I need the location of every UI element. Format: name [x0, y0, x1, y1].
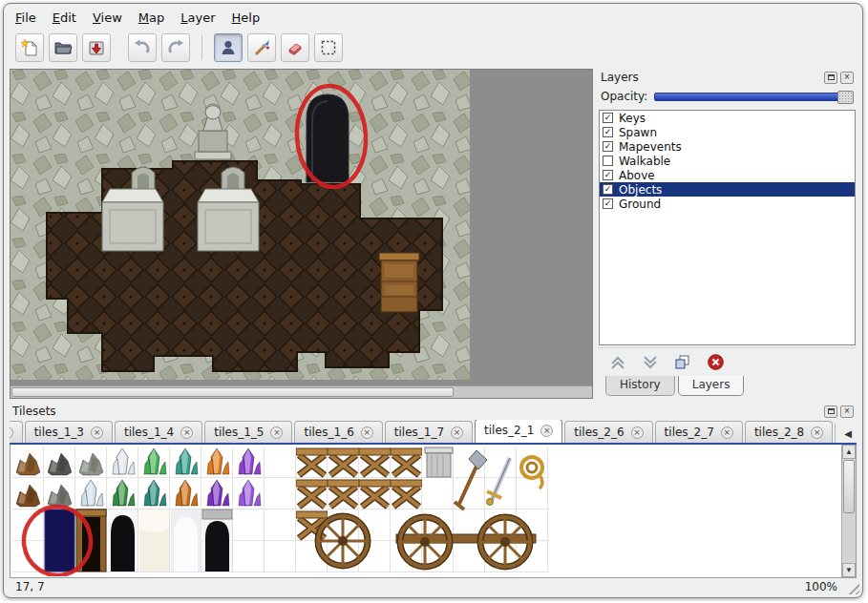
tab-layers[interactable]: Layers: [678, 376, 745, 396]
tilesets-close-button[interactable]: ×: [840, 405, 854, 418]
dark-doorway: [307, 94, 349, 182]
selected-tile[interactable]: [45, 509, 74, 572]
tab-close-icon[interactable]: ×: [361, 426, 373, 439]
menu-file[interactable]: File: [15, 10, 36, 25]
redo-arrow-icon: [166, 38, 185, 57]
brush-tool-button[interactable]: [247, 33, 276, 62]
tileset-canvas[interactable]: [12, 447, 834, 576]
menu-layer[interactable]: Layer: [180, 10, 215, 25]
scroll-down-button[interactable]: ▼: [842, 563, 856, 577]
altar-right: [198, 189, 259, 251]
layer-checkbox-ground[interactable]: ✓: [603, 198, 613, 209]
layer-row-objects[interactable]: ✓ Objects: [600, 182, 855, 197]
delete-layer-button[interactable]: [705, 352, 726, 373]
menu-view[interactable]: View: [93, 10, 122, 25]
move-layer-down-button[interactable]: [640, 352, 661, 373]
layer-label-ground: Ground: [619, 198, 661, 211]
eraser-tool-button[interactable]: [281, 33, 309, 62]
tab-history[interactable]: History: [605, 376, 675, 396]
tab-close-icon[interactable]: ×: [631, 426, 644, 439]
menu-help[interactable]: Help: [232, 10, 261, 25]
move-layer-up-button[interactable]: [607, 352, 628, 373]
selection-rectangle-icon: [319, 38, 338, 57]
tileset-tab-8[interactable]: tiles_2_7 ×: [655, 421, 743, 443]
layer-row-keys[interactable]: ✓ Keys: [600, 111, 855, 125]
pillar-tile: [425, 447, 453, 477]
stamp-tool-button[interactable]: [214, 33, 243, 62]
redo-button[interactable]: [161, 33, 190, 62]
layer-row-spawn[interactable]: ✓ Spawn: [600, 125, 855, 139]
layers-float-button[interactable]: [824, 72, 837, 84]
toolbar: [6, 29, 860, 67]
tileset-tab-9[interactable]: tiles_2_8 ×: [745, 421, 833, 443]
tab-close-icon[interactable]: ×: [721, 426, 733, 439]
tileset-vertical-scrollbar[interactable]: ▲ ▼: [841, 445, 856, 577]
select-tool-button[interactable]: [314, 33, 343, 62]
capped-arch-tile: [202, 509, 232, 572]
new-button[interactable]: [15, 33, 44, 62]
close-icon: ×: [844, 73, 850, 82]
delete-layer-icon: [707, 353, 725, 371]
opacity-slider[interactable]: [654, 93, 854, 101]
layer-checkbox-above[interactable]: ✓: [603, 170, 613, 180]
map-hscroll-handle[interactable]: [11, 387, 454, 397]
save-button[interactable]: [82, 33, 111, 62]
tab-close-icon[interactable]: ×: [270, 426, 283, 439]
duplicate-layer-button[interactable]: [672, 352, 693, 373]
layer-checkbox-objects[interactable]: ✓: [603, 184, 613, 195]
cream-tile: [139, 509, 169, 572]
tab-close-icon[interactable]: ×: [451, 426, 463, 439]
tileset-tab-label: tiles_2_6: [574, 426, 624, 439]
layer-label-spawn: Spawn: [619, 126, 657, 139]
tilesets-panel-title: Tilesets: [12, 405, 821, 418]
toolbar-separator: [201, 35, 202, 60]
layer-checkbox-spawn[interactable]: ✓: [603, 127, 613, 137]
menu-map[interactable]: Map: [138, 10, 164, 25]
layers-panel: Layers × Opacity: ✓ Keys ✓ Spawn: [598, 69, 857, 399]
tileset-tab-5[interactable]: tiles_1_7 ×: [385, 421, 473, 443]
undo-arrow-icon: [133, 38, 152, 57]
open-button[interactable]: [49, 33, 77, 62]
menu-edit[interactable]: Edit: [53, 10, 76, 25]
tileset-tab-1[interactable]: tiles_1_3 ×: [25, 421, 113, 443]
tileset-tab-0[interactable]: 5 ×: [10, 421, 23, 443]
person-stamp-icon: [219, 38, 238, 57]
tileset-vscroll-handle[interactable]: [843, 460, 855, 513]
eraser-icon: [286, 38, 305, 57]
tileset-tab-6[interactable]: tiles_2_1 ×: [475, 420, 562, 443]
layers-close-button[interactable]: ×: [840, 72, 854, 84]
opacity-slider-handle[interactable]: [837, 91, 854, 104]
tab-close-icon[interactable]: ×: [180, 426, 193, 439]
layer-row-walkable[interactable]: Walkable: [600, 154, 855, 168]
map-canvas-panel: [10, 69, 593, 399]
scroll-up-button[interactable]: ▲: [842, 445, 856, 459]
opacity-label: Opacity:: [601, 90, 647, 103]
dock-tab-bar: History Layers: [598, 376, 857, 399]
layer-row-ground[interactable]: ✓ Ground: [600, 197, 855, 211]
tileset-tab-4[interactable]: tiles_1_6 ×: [294, 421, 382, 443]
layer-checkbox-mapevents[interactable]: ✓: [603, 141, 613, 152]
layers-panel-titlebar: Layers ×: [598, 69, 857, 86]
tab-close-icon[interactable]: ×: [811, 426, 823, 439]
tilesets-float-button[interactable]: [824, 405, 837, 418]
vscroll-track[interactable]: [842, 514, 856, 563]
tileset-tab-7[interactable]: tiles_2_6 ×: [564, 421, 652, 443]
tileset-tab-2[interactable]: tiles_1_4 ×: [115, 421, 202, 443]
pale-arch-tile: [171, 509, 201, 572]
tab-close-icon[interactable]: ×: [91, 426, 103, 439]
duplicate-layer-icon: [674, 354, 691, 370]
new-document-icon: [20, 38, 39, 57]
tileset-tab-3[interactable]: tiles_1_5 ×: [204, 421, 292, 443]
layer-checkbox-keys[interactable]: ✓: [603, 113, 613, 123]
layer-checkbox-walkable[interactable]: [603, 156, 613, 166]
tileset-tab-label: tiles_2_8: [754, 426, 804, 439]
scroll-tabs-left-button[interactable]: ◀: [839, 424, 857, 443]
tab-close-icon[interactable]: ×: [10, 426, 13, 439]
layer-row-mapevents[interactable]: ✓ Mapevents: [600, 139, 855, 154]
tileset-tab-scroll: ◀ ▶: [835, 424, 857, 443]
map-canvas[interactable]: [11, 70, 470, 380]
undo-button[interactable]: [128, 33, 157, 62]
tab-close-icon[interactable]: ×: [540, 425, 553, 437]
map-horizontal-scrollbar[interactable]: [11, 385, 592, 398]
layer-row-above[interactable]: ✓ Above: [600, 168, 855, 182]
